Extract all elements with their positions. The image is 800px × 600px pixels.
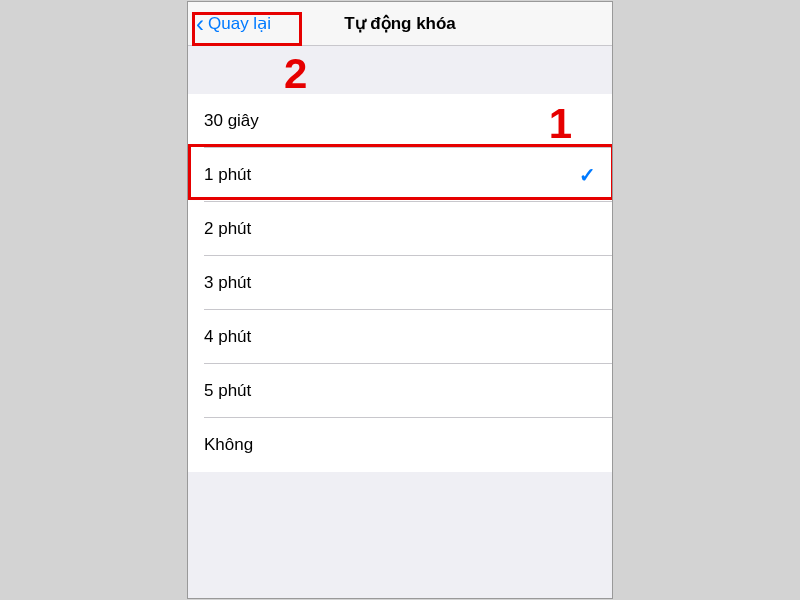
options-list: 30 giây 1 phút ✓ 2 phút 3 phút 4 phút 5 … xyxy=(188,94,612,472)
option-3-minutes[interactable]: 3 phút xyxy=(188,256,612,310)
checkmark-icon: ✓ xyxy=(579,163,596,187)
option-label: 3 phút xyxy=(204,273,251,293)
back-button-label: Quay lại xyxy=(208,13,271,34)
option-1-minute[interactable]: 1 phút ✓ xyxy=(188,148,612,202)
option-label: 1 phút xyxy=(204,165,251,185)
option-label: 30 giây xyxy=(204,111,259,131)
option-30-seconds[interactable]: 30 giây xyxy=(188,94,612,148)
option-4-minutes[interactable]: 4 phút xyxy=(188,310,612,364)
navigation-bar: ‹ Quay lại Tự động khóa xyxy=(188,2,612,46)
back-button[interactable]: ‹ Quay lại xyxy=(188,2,271,45)
option-label: 5 phút xyxy=(204,381,251,401)
phone-screen: ‹ Quay lại Tự động khóa 30 giây 1 phút ✓… xyxy=(187,1,613,599)
annotation-number-2: 2 xyxy=(284,50,307,98)
page-title: Tự động khóa xyxy=(344,13,456,34)
option-none[interactable]: Không xyxy=(188,418,612,472)
option-2-minutes[interactable]: 2 phút xyxy=(188,202,612,256)
option-5-minutes[interactable]: 5 phút xyxy=(188,364,612,418)
option-label: Không xyxy=(204,435,253,455)
option-label: 2 phút xyxy=(204,219,251,239)
chevron-left-icon: ‹ xyxy=(196,12,204,36)
option-label: 4 phút xyxy=(204,327,251,347)
